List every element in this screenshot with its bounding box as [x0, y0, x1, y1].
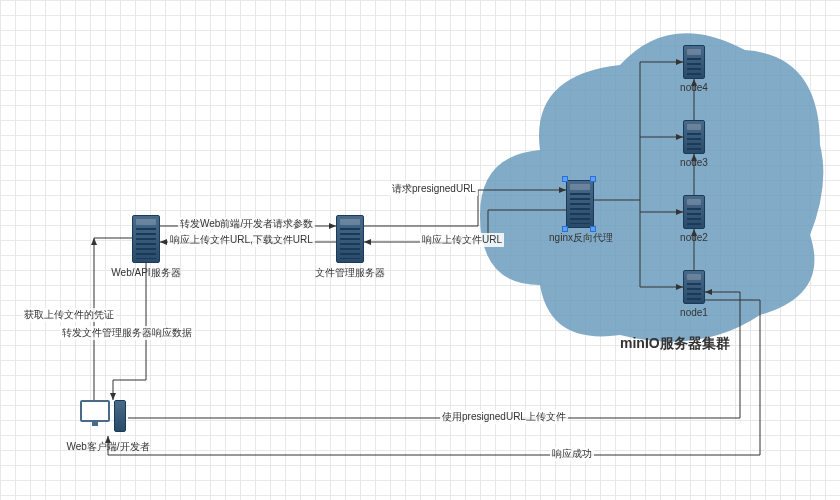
label-node4: node4	[674, 82, 714, 93]
edge-label-7: 使用presignedURL上传文件	[440, 410, 568, 424]
label-webapi: Web/API服务器	[105, 266, 187, 280]
cluster-title: minIO服务器集群	[620, 335, 730, 353]
selection-handle[interactable]	[562, 176, 568, 182]
server-filemgr[interactable]	[336, 215, 364, 263]
label-filemgr: 文件管理服务器	[310, 266, 390, 280]
edge-label-3: 转发Web前端/开发者请求参数	[178, 217, 315, 231]
edge-label-8: 响应成功	[550, 447, 594, 461]
server-node2[interactable]	[683, 195, 705, 229]
tower-icon	[114, 400, 126, 432]
monitor-icon	[80, 400, 110, 422]
server-node4[interactable]	[683, 45, 705, 79]
server-nginx[interactable]	[566, 180, 594, 228]
label-client: Web客户端/开发者	[58, 440, 158, 454]
selection-handle[interactable]	[590, 226, 596, 232]
edge-label-4: 响应上传文件URL,下载文件URL	[168, 233, 315, 247]
edge-label-1: 获取上传文件的凭证	[22, 308, 116, 322]
selection-handle[interactable]	[590, 176, 596, 182]
selection-handle[interactable]	[562, 226, 568, 232]
server-node1[interactable]	[683, 270, 705, 304]
server-webapi[interactable]	[132, 215, 160, 263]
label-node3: node3	[674, 157, 714, 168]
label-node2: node2	[674, 232, 714, 243]
label-nginx: nginx反向代理	[540, 231, 622, 245]
edge-label-6: 响应上传文件URL	[420, 233, 504, 247]
server-node3[interactable]	[683, 120, 705, 154]
edge-label-2: 转发文件管理服务器响应数据	[60, 326, 194, 340]
label-node1: node1	[674, 307, 714, 318]
edge-label-5: 请求presignedURL	[390, 182, 478, 196]
client-node[interactable]	[80, 400, 128, 436]
